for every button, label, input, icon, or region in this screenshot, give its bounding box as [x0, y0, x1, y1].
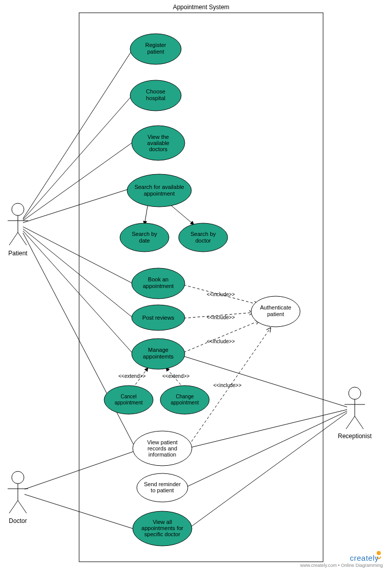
actor-patient: Patient: [8, 203, 28, 257]
svg-line-4: [23, 227, 133, 283]
usecase-label: Search by: [190, 231, 216, 237]
brand-text: creately: [350, 554, 379, 562]
usecase-label: doctors: [149, 146, 168, 152]
svg-line-14: [144, 203, 148, 225]
svg-line-6: [23, 231, 133, 353]
usecase-label: patient: [267, 311, 284, 317]
include-label: <<include>>: [207, 339, 235, 344]
usecase-label: Send reminder: [144, 481, 181, 487]
actor-receptionist: Receptionist: [338, 387, 372, 440]
usecase-label: Register: [145, 42, 166, 48]
svg-line-25: [9, 232, 18, 245]
usecase-label: appointment: [143, 283, 174, 289]
usecase-label: View the: [148, 134, 169, 140]
svg-line-18: [184, 321, 259, 352]
svg-line-30: [9, 500, 18, 513]
usecase-label: appointemts: [143, 353, 174, 360]
svg-point-22: [12, 203, 24, 216]
extend-label: <<extend>>: [118, 373, 146, 379]
svg-line-5: [23, 229, 133, 318]
svg-point-32: [349, 387, 361, 399]
include-label: <<include>>: [207, 315, 235, 320]
usecase-label: Change: [176, 394, 193, 399]
actor-doctor: Doctor: [8, 471, 28, 524]
svg-line-26: [18, 232, 27, 245]
svg-line-1: [23, 97, 131, 220]
usecase-diagram: Appointment System <<include>> <<include…: [0, 0, 392, 574]
usecase-label: doctor: [195, 237, 211, 244]
usecase-label: appointment: [144, 190, 175, 197]
svg-line-13: [190, 413, 347, 528]
svg-line-15: [168, 203, 194, 225]
usecase-label: available: [147, 140, 169, 146]
usecase-label: Post reviews: [142, 315, 175, 321]
usecase-label: appointments for: [141, 525, 183, 531]
svg-line-9: [24, 494, 133, 529]
usecase-label: appointment: [170, 400, 199, 405]
usecase-label: to patient: [151, 487, 174, 493]
system-boundary: [79, 13, 323, 562]
usecase-label: appointment: [114, 400, 142, 405]
usecase-label: records and: [148, 445, 177, 451]
include-label: <<include>>: [213, 382, 241, 388]
usecase-label: Search for available: [134, 184, 184, 190]
usecase-label: View all: [153, 519, 172, 525]
svg-line-2: [23, 143, 132, 221]
usecase-label: information: [149, 451, 176, 458]
svg-line-12: [185, 411, 347, 488]
brand-logo: creately www.creately.com • Online Diagr…: [300, 551, 383, 568]
usecase-label: specific doctor: [144, 531, 181, 537]
actor-label: Doctor: [9, 517, 27, 524]
usecase-label: Choose: [146, 88, 165, 94]
svg-line-35: [346, 416, 355, 429]
usecase-label: date: [139, 237, 150, 244]
usecase-label: hospital: [146, 95, 165, 101]
include-label: <<include>>: [207, 292, 235, 297]
svg-line-31: [18, 500, 27, 513]
extend-label: <<extend>>: [162, 373, 190, 379]
usecase-label: Book an: [148, 276, 168, 282]
usecase-label: View patient: [147, 439, 178, 445]
brand-tagline: www.creately.com • Online Diagramming: [300, 563, 383, 568]
usecase-label: patient: [147, 49, 164, 55]
usecase-label: Manage: [148, 347, 168, 353]
usecase-label: Cancel: [120, 394, 136, 399]
actor-label: Patient: [8, 250, 28, 257]
usecase-label: Authenticate: [260, 304, 291, 310]
svg-line-36: [355, 416, 363, 429]
system-title: Appointment System: [173, 4, 230, 11]
actor-label: Receptionist: [338, 433, 372, 440]
usecase-label: Search by: [132, 231, 157, 237]
svg-point-27: [12, 471, 24, 484]
